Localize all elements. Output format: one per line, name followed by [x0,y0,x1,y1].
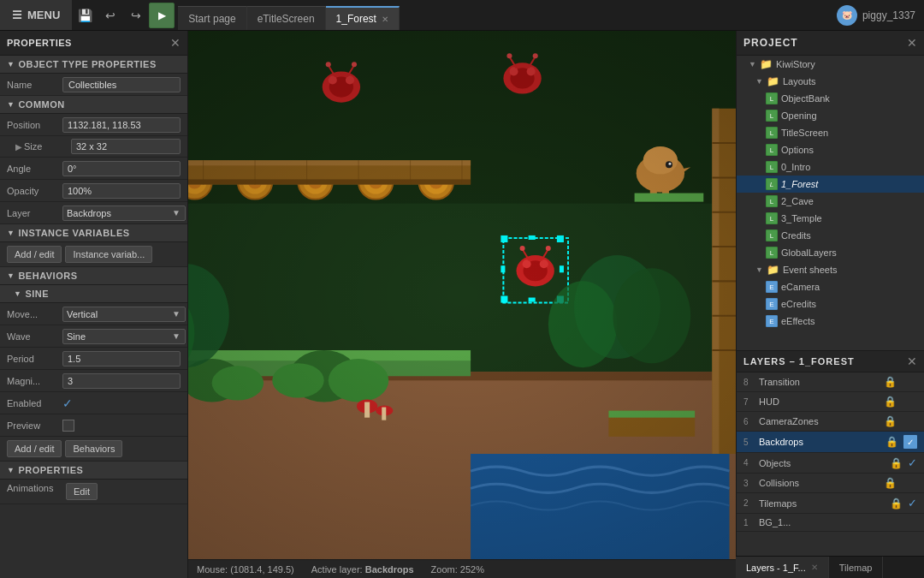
layer-row-objects[interactable]: 4 Objects 🔒 ✓ [737,453,924,474]
layer-number: 2 [743,498,754,508]
preview-row: Preview [0,414,187,437]
move-label: Move... [7,309,62,319]
opacity-value[interactable]: 100% [62,183,181,199]
tree-layout-2cave[interactable]: L 2_Cave [737,193,924,210]
save-button[interactable]: 💾 [72,3,98,28]
wave-select[interactable]: Sine Triangle Sawtooth [62,329,186,344]
tree-layout-1forest[interactable]: L 1_Forest [737,176,924,193]
arrow-icon: ▼ [7,60,15,69]
tab-1forest[interactable]: 1_Forest ✕ [326,6,400,30]
layout-icon: L [766,127,778,139]
layer-row-hud[interactable]: 7 HUD 🔒 [737,392,924,412]
panel-close-button[interactable]: ✕ [170,36,181,50]
redo-button[interactable]: ↪ [123,3,149,28]
magnitude-value[interactable]: 3 [62,373,181,389]
period-value[interactable]: 1.5 [62,351,181,366]
layer-number: 1 [743,518,754,527]
tree-layout-credits[interactable]: L Credits [737,227,924,244]
tab-layers[interactable]: Layers - 1_F... ✕ [736,557,829,578]
section-properties[interactable]: ▼ PROPERTIES [0,462,187,480]
move-select[interactable]: Vertical Horizontal Circular [62,307,186,322]
layout-name: ObjectBank [781,93,830,104]
undo-button[interactable]: ↩ [98,3,123,28]
tab-tilemap[interactable]: Tilemap [829,557,884,578]
status-bar: Mouse: (1081.4, 149.5) Active layer: Bac… [188,559,736,578]
wave-label: Wave [7,331,62,342]
position-value[interactable]: 1132.181, 118.53 [62,117,181,133]
tab-label: Start page [188,13,235,25]
layer-select[interactable]: Backdrops Objects HUD Transition [62,206,186,221]
instance-variable-button[interactable]: Instance variab... [65,246,152,263]
tree-layouts-item[interactable]: ▼ 📁 Layouts [737,73,924,90]
preview-label: Preview [7,420,62,431]
layout-name: TitleScreen [781,128,828,138]
avatar: 🐷 [837,5,857,26]
section-behaviors[interactable]: ▼ BEHAVIORS [0,267,187,285]
folder-icon: 📁 [760,58,773,70]
layer-row-collisions[interactable]: 3 Collisions 🔒 [737,474,924,493]
tab-etitlescreen[interactable]: eTitleScreen [247,6,326,30]
layer-row-bg1[interactable]: 1 BG_1... [737,514,924,532]
layer-row-tilemaps[interactable]: 2 Tilemaps 🔒 ✓ [737,493,924,514]
expand-icon: ▼ [755,265,763,274]
behaviors-button[interactable]: Behaviors [65,440,122,457]
tree-event-ecredits[interactable]: E eCredits [737,295,924,313]
enabled-label: Enabled [7,398,62,408]
tab-start-page[interactable]: Start page [178,6,246,30]
tree-event-eeffects[interactable]: E eEffects [737,313,924,330]
layer-row-backdrops[interactable]: 5 Backdrops 🔒 ✓ [737,432,924,453]
game-scene [188,31,736,559]
tree-layout-titlescreen[interactable]: L TitleScreen [737,124,924,141]
event-sheets-label: Event sheets [783,265,838,275]
zoom-label: Zoom: 252% [431,564,484,575]
project-panel: PROJECT ✕ ▼ 📁 KiwiStory ▼ 📁 Layouts [736,31,924,350]
add-edit-instance-button[interactable]: Add / edit [7,246,62,263]
tree-layout-objectbank[interactable]: L ObjectBank [737,90,924,107]
preview-checkbox[interactable] [62,420,74,432]
animations-row: Animations Edit [0,480,187,504]
tree-layout-opening[interactable]: L Opening [737,107,924,124]
tree-root-item[interactable]: ▼ 📁 KiwiStory [737,56,924,73]
tree-event-sheets-item[interactable]: ▼ 📁 Event sheets [737,261,924,278]
tree-layout-3temple[interactable]: L 3_Temple [737,210,924,227]
layout-name: 2_Cave [781,196,814,206]
tab-close-icon[interactable]: ✕ [811,563,818,572]
layer-number: 7 [743,397,754,407]
tree-layout-options[interactable]: L Options [737,141,924,158]
angle-value[interactable]: 0° [62,161,181,176]
layer-row-transition[interactable]: 8 Transition 🔒 [737,372,924,392]
properties-panel: PROPERTIES ✕ ▼ OBJECT TYPE PROPERTIES Na… [0,31,188,578]
enabled-checkbox[interactable]: ✓ [62,396,73,410]
active-layer-value: Backdrops [365,564,414,575]
lock-icon: 🔒 [890,457,903,469]
tree-layout-globallayers[interactable]: L GlobalLayers [737,244,924,261]
layer-row-camerazones[interactable]: 6 CameraZones 🔒 [737,412,924,432]
tree-layout-0intro[interactable]: L 0_Intro [737,158,924,176]
layer-name: CameraZones [759,416,879,426]
layer-visible-checkbox[interactable]: ✓ [903,435,917,449]
section-object-type-props[interactable]: ▼ OBJECT TYPE PROPERTIES [0,56,187,74]
tab-label: 1_Forest [336,13,376,25]
play-button[interactable]: ▶ [149,3,175,28]
layers-panel-close[interactable]: ✕ [907,355,917,368]
tab-close-icon[interactable]: ✕ [382,15,388,24]
section-sine[interactable]: ▼ SINE [0,285,187,303]
size-value[interactable]: 32 x 32 [71,139,181,154]
section-common[interactable]: ▼ COMMON [0,96,187,114]
project-panel-close[interactable]: ✕ [907,36,917,50]
tree-event-ecamera[interactable]: E eCamera [737,278,924,295]
event-icon: E [766,298,778,310]
layer-name: Backdrops [759,437,880,447]
add-edit-behavior-button[interactable]: Add / edit [7,440,62,457]
lock-icon: 🔒 [884,396,897,408]
layers-panel: LAYERS – 1_FOREST ✕ 8 Transition 🔒 7 HUD… [736,350,924,556]
menu-button[interactable]: ☰ MENU [0,0,72,30]
opacity-label: Opacity [7,186,62,196]
tab-label: Tilemap [839,563,873,573]
section-instance-variables[interactable]: ▼ INSTANCE VARIABLES [0,224,187,242]
user-info: 🐷 piggy_1337 [837,5,924,26]
layer-name: Collisions [759,478,879,488]
canvas-area[interactable] [188,31,736,559]
name-value[interactable]: Collectibles [62,77,181,92]
edit-animations-button[interactable]: Edit [66,483,98,500]
